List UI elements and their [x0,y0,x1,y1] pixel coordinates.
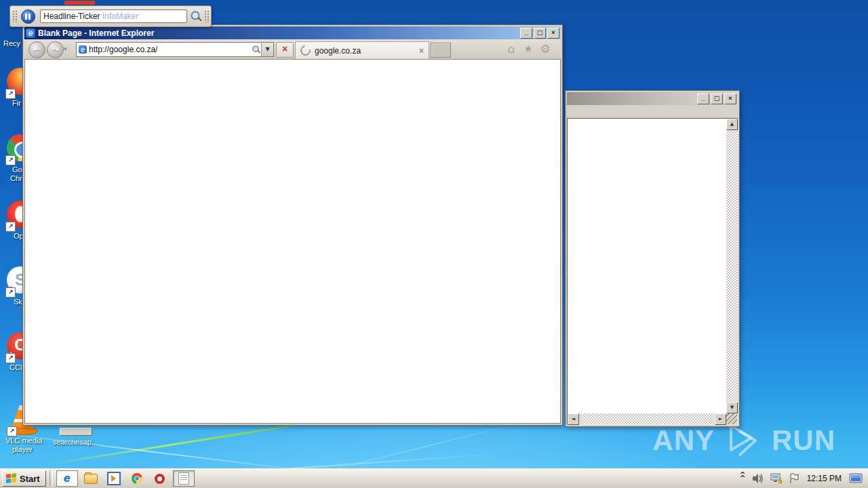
media-player-icon [107,472,121,485]
start-button[interactable]: Start [2,470,46,487]
secondary-window-titlebar[interactable]: _ □ × [567,92,738,105]
taskbar-item-notepad[interactable] [173,470,195,487]
secondary-window-content: ▲ ▼ ◄ ► [567,118,738,425]
system-tray[interactable]: ^^ ! 12:15 PM [739,469,868,488]
close-button[interactable]: × [724,94,736,104]
taskbar-item-chrome[interactable] [127,471,147,486]
taskbar-clock[interactable]: 12:15 PM [806,474,843,483]
vertical-scrollbar[interactable]: ▲ ▼ [726,119,737,413]
ticker-query-text: Headline-Ticker [43,12,100,21]
taskbar-item-explorer[interactable] [81,471,101,486]
svg-text:!: ! [780,479,781,483]
shortcut-arrow-icon: ↗ [5,353,16,363]
show-hidden-icons-chevron[interactable]: ^^ [739,471,745,486]
pause-icon[interactable] [21,9,35,24]
ie-icon: e [26,28,35,38]
browser-tab[interactable]: google.co.za × [295,41,429,59]
secondary-window[interactable]: _ □ × ▲ ▼ ◄ ► [565,90,740,427]
ticker-search-input[interactable]: Headline-Ticker InfoMaker [40,9,187,23]
address-url[interactable]: http://google.co.za/ [89,45,250,54]
watermark-text-run: RUN [772,424,835,457]
recent-pages-chevron-icon[interactable]: ▾ [64,45,67,52]
ticker-hint-text: InfoMaker [102,12,138,21]
taskbar[interactable]: Start e ^^ ! 12:15 PM [0,468,868,488]
close-button[interactable]: × [547,28,559,39]
anyrun-watermark: ANY RUN [652,423,835,458]
headline-ticker-toolbar[interactable]: Headline-Ticker InfoMaker [9,5,212,27]
start-label: Start [20,474,40,484]
favorites-star-icon[interactable]: ★ [521,41,536,56]
tab-label: google.co.za [315,46,414,56]
drag-grip-icon[interactable] [204,10,209,22]
scroll-left-button[interactable]: ◄ [568,413,579,425]
forward-button[interactable]: → [47,41,64,58]
ie-navigation-bar: ← → ▾ e http://google.co.za/ ▼ × google.… [24,39,561,59]
windows-logo-icon [6,473,17,484]
shortcut-arrow-icon: ↗ [5,287,16,298]
network-monitor-icon[interactable] [849,473,863,485]
home-icon[interactable]: ⌂ [504,41,519,56]
maximize-button[interactable]: □ [534,28,546,39]
search-icon[interactable] [189,10,201,22]
shortcut-arrow-icon: ↗ [5,89,16,99]
secondary-window-toolbar [567,106,738,117]
minimize-button[interactable]: _ [520,28,532,39]
ie-window-title: Blank Page - Internet Explorer [38,28,520,38]
tab-close-icon[interactable]: × [414,46,429,56]
maximize-button[interactable]: □ [711,94,723,104]
minimize-button[interactable]: _ [697,94,709,104]
shortcut-arrow-icon: ↗ [7,426,17,436]
address-bar[interactable]: e http://google.co.za/ ▼ [76,42,274,57]
search-icon[interactable] [252,45,260,54]
shortcut-arrow-icon: ↗ [5,222,16,232]
ie-titlebar[interactable]: e Blank Page - Internet Explorer _ □ × [24,26,561,39]
anyrun-play-logo-icon [722,423,765,458]
chrome-icon [132,473,142,484]
icon-label: VLC media [5,436,43,445]
ie-icon: e [64,472,70,485]
watermark-text-any: ANY [652,424,715,457]
stop-button[interactable]: × [276,42,294,58]
new-tab-button[interactable] [431,43,451,58]
scroll-right-button[interactable]: ► [715,413,726,425]
taskbar-item-media-player[interactable] [104,471,124,486]
taskbar-item-internet-explorer[interactable]: e [56,470,78,487]
loading-spinner-icon [298,43,313,58]
background-window-sliver [64,1,95,5]
ie-window[interactable]: e Blank Page - Internet Explorer _ □ × ←… [22,24,563,426]
network-warning-icon[interactable]: ! [770,473,783,484]
folder-icon [84,474,98,484]
background-window-fragment [60,428,92,436]
action-center-flag-icon[interactable] [789,473,800,484]
opera-icon [155,474,165,484]
tools-gear-icon[interactable]: ⚙ [538,41,553,56]
wallpaper-light-streak [0,429,324,473]
drag-grip-icon[interactable] [12,10,17,22]
back-button[interactable]: ← [28,41,45,58]
resize-grip[interactable] [726,413,737,424]
shortcut-arrow-icon: ↗ [5,155,16,165]
ie-page-content [24,59,561,424]
horizontal-scrollbar[interactable]: ◄ ► [568,413,726,424]
icon-label: player [12,445,43,454]
icon-label: searchesap... [53,438,114,447]
volume-icon[interactable] [752,473,764,484]
address-dropdown-button[interactable]: ▼ [261,43,273,56]
scroll-up-button[interactable]: ▲ [726,119,738,130]
page-icon: e [79,45,87,54]
taskbar-separator [50,471,53,486]
desktop-icon-searchesapp[interactable]: searchesap... [53,436,114,447]
notepad-icon [178,472,189,485]
taskbar-item-opera[interactable] [150,471,170,486]
scroll-down-button[interactable]: ▼ [726,402,738,413]
